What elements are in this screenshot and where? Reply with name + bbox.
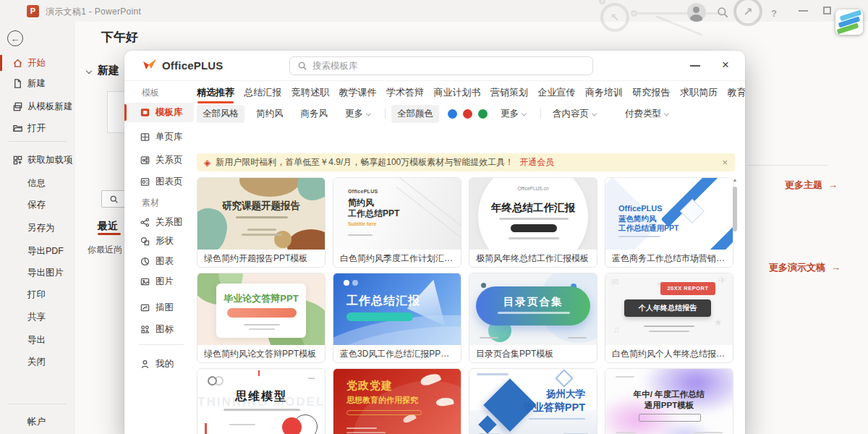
tab-resume[interactable]: 求职简历 — [680, 86, 718, 99]
sidebar-item-home[interactable]: 开始 — [0, 54, 75, 72]
nav-item-icons[interactable]: 图标 — [124, 320, 194, 339]
sidebar-item-account[interactable]: 帐户 — [0, 412, 75, 431]
pay-type-label: 付费类型 — [625, 109, 661, 119]
template-card-title: 目录页合集PPT模板 — [469, 345, 597, 363]
more-presentations-link[interactable]: 更多演示文稿→ — [769, 261, 841, 274]
template-card[interactable]: OfficePLUS 蓝色简约风 工作总结通用PPT 蓝色商务工作总结市场营销P… — [605, 177, 733, 268]
dialog-minimize-button[interactable] — [690, 65, 700, 67]
template-card[interactable]: 毕业论文答辩PPT 绿色简约风论文答辩PPT模板 — [197, 273, 326, 363]
more-label: 更多 — [345, 109, 363, 119]
sidebar-item-open[interactable]: 打开 — [0, 119, 75, 137]
template-card[interactable]: 扬州大学 毕业答辩PPT 蓝色简约现代扬州大学毕业答辩PPT模板 — [469, 368, 597, 434]
nav-item-charts[interactable]: 图表 — [124, 252, 194, 271]
sidebar-item-export-pdf[interactable]: 导出PDF — [0, 242, 75, 260]
filter-pay-type[interactable]: 付费类型 — [619, 105, 674, 123]
color-dot-red[interactable] — [463, 109, 472, 119]
template-thumbnail: 党政党建 思想教育的作用探究 — [333, 369, 461, 434]
color-dot-blue[interactable] — [448, 109, 457, 119]
dialog-close-button[interactable]: × — [722, 56, 729, 74]
nav-item-template-library[interactable]: 模板库 — [124, 103, 194, 122]
tab-business-training[interactable]: 商务培训 — [585, 86, 623, 99]
sidebar-item-addins[interactable]: 获取加载项 — [0, 150, 75, 169]
tab-education[interactable]: 教育活动 — [728, 86, 746, 99]
filter-style-business[interactable]: 商务风 — [295, 105, 334, 123]
template-card[interactable]: 年中/ 年度工作总结 通用PPT模板 紫色炫酷渐变年度工作总结 — [605, 368, 733, 434]
sidebar-item-export-image[interactable]: 导出图片 — [0, 263, 75, 282]
addins-icon — [12, 155, 23, 166]
tab-corporate[interactable]: 企业宣传 — [538, 86, 576, 99]
template-card[interactable]: 目录页合集 目录页合集PPT模板 — [469, 273, 597, 363]
decor-bar — [694, 432, 723, 433]
sidebar-item-save-as[interactable]: 另存为 — [0, 218, 75, 237]
banner-close-icon[interactable]: × — [722, 157, 728, 168]
circuit-line — [635, 12, 722, 14]
template-card[interactable]: 工作总结汇报 蓝色3D风工作总结汇报PPT模板 — [333, 273, 461, 363]
sidebar-item-print[interactable]: 打印 — [0, 285, 75, 304]
template-search-box[interactable] — [289, 56, 593, 75]
scrollbar-thumb[interactable] — [733, 187, 737, 231]
single-page-icon — [140, 132, 150, 142]
screen: P 演示文稿1 - PowerPoint ↖ ↗ ? ← 开始 — [0, 0, 868, 434]
template-card[interactable]: THINKING MODEL 思维模型 思维模型合集PPT模板 — [197, 368, 326, 434]
tab-business-plan[interactable]: 商业计划书 — [434, 86, 481, 99]
template-card[interactable]: OfficePLUS 简约风 工作总结PPT Subtitle here 白色简… — [333, 177, 461, 268]
pattern-icon: ★ — [714, 317, 723, 328]
tab-competition[interactable]: 竞聘述职 — [292, 86, 329, 99]
filter-style-simple[interactable]: 简约风 — [250, 105, 289, 123]
nav-item-relation-page[interactable]: 关系页 — [124, 150, 194, 170]
pie-chart-icon — [140, 256, 150, 267]
thumb-brand: OfficePLUS.cn — [469, 186, 597, 191]
nav-item-single-page-library[interactable]: 单页库 — [124, 127, 194, 147]
tab-research-report[interactable]: 研究报告 — [633, 86, 671, 99]
dialog-scrollbar[interactable]: ▲ ▼ — [732, 177, 738, 434]
chevron-down-icon — [366, 111, 371, 116]
decor-bar — [568, 337, 587, 339]
thumb-title: 通用PPT模板 — [605, 400, 733, 411]
maximize-icon[interactable] — [823, 7, 831, 14]
decor-bar — [616, 376, 634, 378]
template-card-title: 蓝色商务工作总结市场营销PPT案例 — [605, 250, 733, 268]
minimize-icon[interactable] — [799, 10, 808, 12]
tab-recent[interactable]: 最近 — [98, 220, 118, 233]
template-search-input[interactable] — [312, 61, 573, 71]
filter-style-more[interactable]: 更多 — [339, 105, 376, 123]
tab-summary-report[interactable]: 总结汇报 — [244, 86, 282, 99]
template-card[interactable]: 党政党建 思想教育的作用探究 红色党政风党政党建思想教育PPT模板 — [333, 368, 461, 434]
decor-bar — [249, 328, 275, 330]
template-card[interactable]: 研究课题开题报告 绿色简约开题报告PPT模板 — [197, 177, 326, 268]
filter-style-all[interactable]: 全部风格 — [197, 105, 244, 123]
template-card[interactable]: OfficePLUS.cn 年终总结工作汇报 极简风年终总结工作汇报模板 — [469, 177, 597, 268]
sidebar-divider — [139, 344, 184, 345]
color-dot-green[interactable] — [478, 109, 488, 119]
tab-teaching[interactable]: 教学课件 — [339, 86, 377, 99]
back-button[interactable]: ← — [7, 30, 23, 46]
sidebar-item-share[interactable]: 共享 — [0, 307, 75, 326]
sidebar-item-new-from-template[interactable]: 从模板新建 — [0, 97, 75, 116]
tab-academic-defense[interactable]: 学术答辩 — [386, 86, 424, 99]
nav-item-chart-page[interactable]: 图表页 — [124, 172, 194, 192]
search-icon — [716, 6, 729, 19]
filter-color-more[interactable]: 更多 — [495, 105, 532, 123]
decor-pill — [511, 224, 557, 232]
nav-item-pictures[interactable]: 图片 — [124, 272, 194, 292]
nav-item-illustrations[interactable]: 插图 — [124, 298, 194, 318]
sidebar-item-close[interactable]: 关闭 — [0, 352, 75, 371]
new-section-header[interactable]: 新建 — [87, 64, 119, 77]
nav-item-mine[interactable]: 我的 — [124, 354, 194, 374]
nav-item-shapes[interactable]: 形状 — [124, 231, 194, 251]
nav-item-label: 单页库 — [156, 131, 183, 143]
sidebar-item-save[interactable]: 保存 — [0, 195, 75, 214]
sidebar-item-export[interactable]: 导出 — [0, 331, 75, 349]
tab-marketing[interactable]: 营销策划 — [490, 86, 528, 99]
scroll-up-icon[interactable]: ▲ — [732, 177, 738, 182]
banner-text: 新用户限时福利，首单低至￥4.9/月，畅享超100万模板素材与智能提效工具！ — [216, 156, 514, 169]
more-themes-link[interactable]: 更多主题→ — [785, 179, 838, 192]
sidebar-item-new[interactable]: 新建 — [0, 74, 75, 93]
template-card[interactable]: ✉ ★ ♫ ☁ ✈ 20XX REPORT 个人年终总结报告 白色简约风个人年终… — [605, 273, 733, 363]
open-membership-link[interactable]: 开通会员 — [519, 156, 554, 169]
filter-color-all[interactable]: 全部颜色 — [391, 105, 439, 123]
sidebar-item-info[interactable]: 信息 — [0, 174, 75, 192]
nav-item-relation-diagram[interactable]: 关系图 — [124, 213, 194, 232]
filter-content-page[interactable]: 含内容页 — [547, 105, 602, 123]
tab-featured[interactable]: 精选推荐 — [197, 86, 234, 99]
